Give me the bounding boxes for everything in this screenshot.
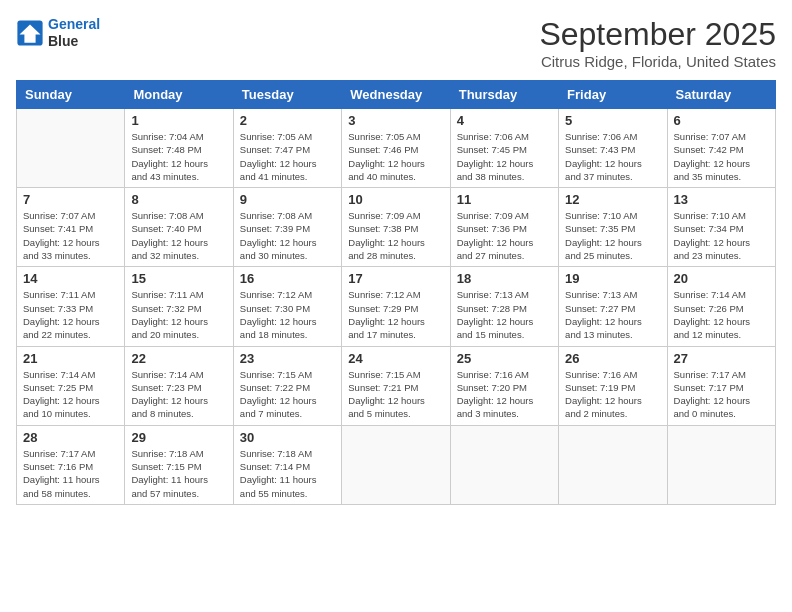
calendar-cell: 5Sunrise: 7:06 AMSunset: 7:43 PMDaylight…	[559, 109, 667, 188]
calendar-cell: 22Sunrise: 7:14 AMSunset: 7:23 PMDayligh…	[125, 346, 233, 425]
day-number: 6	[674, 113, 769, 128]
day-number: 18	[457, 271, 552, 286]
day-number: 22	[131, 351, 226, 366]
calendar-cell: 14Sunrise: 7:11 AMSunset: 7:33 PMDayligh…	[17, 267, 125, 346]
calendar-cell: 20Sunrise: 7:14 AMSunset: 7:26 PMDayligh…	[667, 267, 775, 346]
header: General Blue September 2025 Citrus Ridge…	[16, 16, 776, 70]
calendar-week-row: 28Sunrise: 7:17 AMSunset: 7:16 PMDayligh…	[17, 425, 776, 504]
day-number: 24	[348, 351, 443, 366]
calendar-cell: 2Sunrise: 7:05 AMSunset: 7:47 PMDaylight…	[233, 109, 341, 188]
calendar-cell	[667, 425, 775, 504]
calendar-cell: 19Sunrise: 7:13 AMSunset: 7:27 PMDayligh…	[559, 267, 667, 346]
day-number: 12	[565, 192, 660, 207]
day-info: Sunrise: 7:18 AMSunset: 7:14 PMDaylight:…	[240, 447, 335, 500]
day-info: Sunrise: 7:11 AMSunset: 7:33 PMDaylight:…	[23, 288, 118, 341]
day-info: Sunrise: 7:12 AMSunset: 7:29 PMDaylight:…	[348, 288, 443, 341]
calendar-cell: 16Sunrise: 7:12 AMSunset: 7:30 PMDayligh…	[233, 267, 341, 346]
day-info: Sunrise: 7:07 AMSunset: 7:41 PMDaylight:…	[23, 209, 118, 262]
day-number: 28	[23, 430, 118, 445]
calendar-cell: 11Sunrise: 7:09 AMSunset: 7:36 PMDayligh…	[450, 188, 558, 267]
day-info: Sunrise: 7:08 AMSunset: 7:40 PMDaylight:…	[131, 209, 226, 262]
calendar-week-row: 21Sunrise: 7:14 AMSunset: 7:25 PMDayligh…	[17, 346, 776, 425]
day-number: 5	[565, 113, 660, 128]
calendar-day-header: Saturday	[667, 81, 775, 109]
day-info: Sunrise: 7:05 AMSunset: 7:47 PMDaylight:…	[240, 130, 335, 183]
calendar-cell: 8Sunrise: 7:08 AMSunset: 7:40 PMDaylight…	[125, 188, 233, 267]
day-number: 19	[565, 271, 660, 286]
calendar-cell: 30Sunrise: 7:18 AMSunset: 7:14 PMDayligh…	[233, 425, 341, 504]
day-info: Sunrise: 7:11 AMSunset: 7:32 PMDaylight:…	[131, 288, 226, 341]
day-number: 17	[348, 271, 443, 286]
day-number: 10	[348, 192, 443, 207]
day-info: Sunrise: 7:10 AMSunset: 7:35 PMDaylight:…	[565, 209, 660, 262]
calendar-header-row: SundayMondayTuesdayWednesdayThursdayFrid…	[17, 81, 776, 109]
calendar-day-header: Tuesday	[233, 81, 341, 109]
day-number: 27	[674, 351, 769, 366]
calendar-cell: 10Sunrise: 7:09 AMSunset: 7:38 PMDayligh…	[342, 188, 450, 267]
day-number: 23	[240, 351, 335, 366]
calendar-cell: 13Sunrise: 7:10 AMSunset: 7:34 PMDayligh…	[667, 188, 775, 267]
day-info: Sunrise: 7:15 AMSunset: 7:21 PMDaylight:…	[348, 368, 443, 421]
calendar-cell: 28Sunrise: 7:17 AMSunset: 7:16 PMDayligh…	[17, 425, 125, 504]
calendar-cell	[17, 109, 125, 188]
day-number: 1	[131, 113, 226, 128]
day-info: Sunrise: 7:14 AMSunset: 7:23 PMDaylight:…	[131, 368, 226, 421]
calendar-cell: 26Sunrise: 7:16 AMSunset: 7:19 PMDayligh…	[559, 346, 667, 425]
day-number: 29	[131, 430, 226, 445]
calendar-body: 1Sunrise: 7:04 AMSunset: 7:48 PMDaylight…	[17, 109, 776, 505]
day-info: Sunrise: 7:14 AMSunset: 7:25 PMDaylight:…	[23, 368, 118, 421]
day-number: 21	[23, 351, 118, 366]
day-number: 7	[23, 192, 118, 207]
day-number: 13	[674, 192, 769, 207]
calendar-cell: 9Sunrise: 7:08 AMSunset: 7:39 PMDaylight…	[233, 188, 341, 267]
day-info: Sunrise: 7:07 AMSunset: 7:42 PMDaylight:…	[674, 130, 769, 183]
day-number: 25	[457, 351, 552, 366]
day-info: Sunrise: 7:08 AMSunset: 7:39 PMDaylight:…	[240, 209, 335, 262]
day-number: 4	[457, 113, 552, 128]
day-number: 16	[240, 271, 335, 286]
calendar-cell: 4Sunrise: 7:06 AMSunset: 7:45 PMDaylight…	[450, 109, 558, 188]
calendar-cell	[450, 425, 558, 504]
calendar-day-header: Sunday	[17, 81, 125, 109]
calendar-cell: 23Sunrise: 7:15 AMSunset: 7:22 PMDayligh…	[233, 346, 341, 425]
day-number: 14	[23, 271, 118, 286]
calendar-day-header: Wednesday	[342, 81, 450, 109]
logo-text: General Blue	[48, 16, 100, 50]
day-info: Sunrise: 7:13 AMSunset: 7:28 PMDaylight:…	[457, 288, 552, 341]
day-info: Sunrise: 7:16 AMSunset: 7:19 PMDaylight:…	[565, 368, 660, 421]
calendar-cell: 17Sunrise: 7:12 AMSunset: 7:29 PMDayligh…	[342, 267, 450, 346]
calendar-cell: 18Sunrise: 7:13 AMSunset: 7:28 PMDayligh…	[450, 267, 558, 346]
subtitle: Citrus Ridge, Florida, United States	[539, 53, 776, 70]
logo: General Blue	[16, 16, 100, 50]
day-info: Sunrise: 7:05 AMSunset: 7:46 PMDaylight:…	[348, 130, 443, 183]
title-area: September 2025 Citrus Ridge, Florida, Un…	[539, 16, 776, 70]
logo-line1: General	[48, 16, 100, 32]
day-info: Sunrise: 7:06 AMSunset: 7:45 PMDaylight:…	[457, 130, 552, 183]
calendar-day-header: Friday	[559, 81, 667, 109]
calendar-day-header: Thursday	[450, 81, 558, 109]
day-number: 2	[240, 113, 335, 128]
day-info: Sunrise: 7:04 AMSunset: 7:48 PMDaylight:…	[131, 130, 226, 183]
calendar-cell: 6Sunrise: 7:07 AMSunset: 7:42 PMDaylight…	[667, 109, 775, 188]
calendar-cell: 1Sunrise: 7:04 AMSunset: 7:48 PMDaylight…	[125, 109, 233, 188]
calendar-cell: 27Sunrise: 7:17 AMSunset: 7:17 PMDayligh…	[667, 346, 775, 425]
day-info: Sunrise: 7:15 AMSunset: 7:22 PMDaylight:…	[240, 368, 335, 421]
calendar-cell: 3Sunrise: 7:05 AMSunset: 7:46 PMDaylight…	[342, 109, 450, 188]
day-number: 20	[674, 271, 769, 286]
calendar-cell: 29Sunrise: 7:18 AMSunset: 7:15 PMDayligh…	[125, 425, 233, 504]
day-number: 9	[240, 192, 335, 207]
day-info: Sunrise: 7:12 AMSunset: 7:30 PMDaylight:…	[240, 288, 335, 341]
day-info: Sunrise: 7:09 AMSunset: 7:38 PMDaylight:…	[348, 209, 443, 262]
logo-icon	[16, 19, 44, 47]
calendar-cell: 15Sunrise: 7:11 AMSunset: 7:32 PMDayligh…	[125, 267, 233, 346]
day-number: 15	[131, 271, 226, 286]
calendar-week-row: 7Sunrise: 7:07 AMSunset: 7:41 PMDaylight…	[17, 188, 776, 267]
calendar-cell: 24Sunrise: 7:15 AMSunset: 7:21 PMDayligh…	[342, 346, 450, 425]
calendar-cell	[342, 425, 450, 504]
day-number: 11	[457, 192, 552, 207]
calendar-week-row: 1Sunrise: 7:04 AMSunset: 7:48 PMDaylight…	[17, 109, 776, 188]
day-number: 30	[240, 430, 335, 445]
day-info: Sunrise: 7:09 AMSunset: 7:36 PMDaylight:…	[457, 209, 552, 262]
day-info: Sunrise: 7:18 AMSunset: 7:15 PMDaylight:…	[131, 447, 226, 500]
calendar-cell: 12Sunrise: 7:10 AMSunset: 7:35 PMDayligh…	[559, 188, 667, 267]
